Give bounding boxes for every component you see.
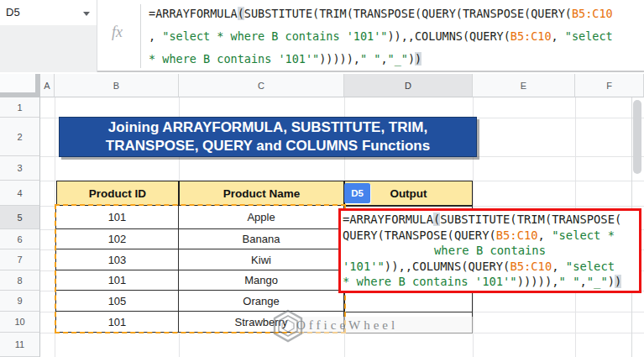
row-header-3[interactable]: 3 <box>0 156 40 181</box>
formula-token: =ARRAYFORMULA <box>149 7 238 20</box>
formula-token: ))))) <box>517 275 552 288</box>
row-header-8[interactable]: 8 <box>0 270 40 291</box>
formula-token: "select <box>565 29 613 43</box>
scrollbar-thumb[interactable] <box>633 100 641 174</box>
formula-token: ))))) <box>319 52 353 66</box>
formula-token: " " <box>360 52 380 66</box>
formula-token: )),,COLUMNS(QUERY( <box>387 29 510 43</box>
formula-input[interactable]: =ARRAYFORMULA(SUBSTITUTE(TRIM(TRANSPOSE(… <box>149 3 642 71</box>
formula-token: , <box>552 260 566 273</box>
output-formula-line[interactable]: '101'")),,COLUMNS(QUERY(B5:C10, "select <box>343 259 637 275</box>
formula-token: , <box>380 52 387 66</box>
formula-token: "select * <box>552 228 615 242</box>
row-header-6[interactable]: 6 <box>0 229 40 249</box>
formula-token: B5:C10 <box>572 7 613 20</box>
formula-token: )),,COLUMNS(QUERY( <box>385 260 510 273</box>
formula-token: ) <box>615 275 621 288</box>
row-header-10[interactable]: 10 <box>0 312 40 333</box>
formula-token: B5:C10 <box>510 260 552 273</box>
formula-token: , <box>552 275 558 288</box>
formula-token: =ARRAYFORMULA <box>343 213 433 226</box>
header-cell-product-id[interactable]: Product ID <box>56 181 179 206</box>
name-box-panel <box>0 25 97 72</box>
output-cell-d5[interactable]: =ARRAYFORMULA(SUBSTITUTE(TRIM(TRANSPOSE(… <box>338 208 641 293</box>
name-box-dropdown-icon[interactable] <box>83 12 90 16</box>
row-header-11[interactable]: 11 <box>0 333 40 357</box>
title-banner-line2: TRANSPOSE, QUERY and COLUMNS Functions <box>106 137 430 155</box>
formula-token: "_" <box>388 52 408 66</box>
column-header-c[interactable]: C <box>179 74 344 97</box>
formula-token: B5:C10 <box>496 228 538 242</box>
formula-token: , <box>552 29 565 43</box>
formula-token: "_" <box>587 275 608 288</box>
output-formula-line[interactable]: where B contains <box>343 243 637 259</box>
spreadsheet-app: D5 fx =ARRAYFORMULA(SUBSTITUTE(TRIM(TRAN… <box>0 0 644 357</box>
formula-token: " " <box>559 275 580 288</box>
output-formula-line[interactable]: =ARRAYFORMULA(SUBSTITUTE(TRIM(TRANSPOSE( <box>343 212 637 228</box>
formula-token: * where B contains '101'" <box>149 52 319 66</box>
formula-toolbar: D5 fx =ARRAYFORMULA(SUBSTITUTE(TRIM(TRAN… <box>0 0 644 72</box>
formula-line[interactable]: =ARRAYFORMULA(SUBSTITUTE(TRIM(TRANSPOSE(… <box>149 3 642 25</box>
formula-token: QUERY(TRANSPOSE(QUERY( <box>343 228 496 242</box>
formula-token: '101'" <box>343 260 385 273</box>
formula-token: "select <box>566 260 615 273</box>
row-header-5[interactable]: 5 <box>0 206 40 229</box>
formula-token: , <box>353 52 360 66</box>
column-header-a[interactable]: A <box>40 74 55 97</box>
formula-token: , <box>579 275 586 288</box>
fx-icon: fx <box>112 24 123 41</box>
row-header-7[interactable]: 7 <box>0 249 40 270</box>
header-cell-product-name[interactable]: Product Name <box>179 181 344 206</box>
output-formula-line[interactable]: QUERY(TRANSPOSE(QUERY(B5:C10, "select * <box>343 228 637 244</box>
formula-token: , <box>149 29 162 43</box>
formula-token: "select * where B contains '101'" <box>162 29 387 43</box>
formula-token: ) <box>608 275 615 288</box>
title-banner-line1: Joining ARRAYFORMULA, SUBSTITUTE, TRIM, <box>108 118 427 137</box>
range-highlight-border <box>55 204 346 333</box>
output-formula-line[interactable]: * where B contains '101'")))))," ","_")) <box>343 274 637 290</box>
formula-token: SUBSTITUTE(TRIM(TRANSPOSE(QUERY(TRANSPOS… <box>244 7 572 20</box>
column-header-f[interactable]: F <box>575 74 644 97</box>
formula-line[interactable]: , "select * where B contains '101'")),,C… <box>149 25 642 48</box>
cell-reference-badge: D5 <box>344 183 370 203</box>
formula-token: SUBSTITUTE(TRIM(TRANSPOSE( <box>440 213 621 226</box>
divider <box>97 0 97 72</box>
row-header-9[interactable]: 9 <box>0 291 40 312</box>
formula-token: ) <box>408 52 415 66</box>
divider <box>140 4 141 68</box>
formula-token: B5:C10 <box>510 29 552 43</box>
title-banner: Joining ARRAYFORMULA, SUBSTITUTE, TRIM, … <box>59 117 477 157</box>
formula-token: ( <box>238 7 244 20</box>
formula-token: where B contains <box>434 244 546 257</box>
column-header-b[interactable]: B <box>55 74 179 97</box>
formula-token: * where B contains '101'" <box>343 275 517 288</box>
formula-token: ) <box>415 52 421 66</box>
column-header-e[interactable]: E <box>473 74 575 97</box>
column-header-d[interactable]: D <box>344 74 473 97</box>
formula-line[interactable]: * where B contains '101'")))))," ","_")) <box>149 48 642 71</box>
formula-token: , <box>538 228 552 242</box>
row-header-4[interactable]: 4 <box>0 181 40 206</box>
name-box[interactable]: D5 <box>6 6 20 18</box>
row-header-1[interactable]: 1 <box>0 97 40 118</box>
table-cell-output[interactable] <box>344 291 473 312</box>
row-header-2[interactable]: 2 <box>0 118 40 156</box>
table-cell-output[interactable] <box>344 312 473 333</box>
